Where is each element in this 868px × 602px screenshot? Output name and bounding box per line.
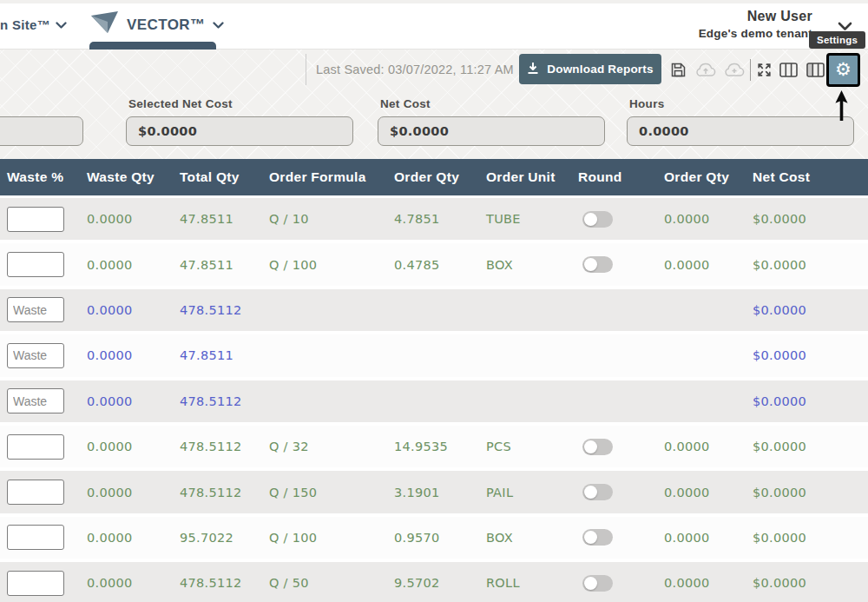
toolbar-divider	[750, 59, 751, 81]
table-row: 0.0000 47.8511 Q / 100 0.4785 BOX 0.0000…	[0, 243, 868, 285]
order-qty-2-cell	[662, 334, 751, 376]
expand-icon[interactable]	[756, 50, 773, 89]
waste-percent-input[interactable]	[7, 388, 64, 413]
settings-gear-button[interactable]: ⚙	[826, 53, 860, 87]
net-cost-field: $0.0000	[378, 116, 605, 146]
total-qty-cell: 478.5112	[178, 289, 267, 331]
app-screen: n Site™ VECTOR™ New User Edge's demo ten…	[0, 0, 868, 602]
nav-vector-menu[interactable]: VECTOR™	[90, 11, 224, 38]
waste-percent-cell	[0, 289, 85, 331]
download-icon	[527, 62, 539, 77]
total-qty-cell: 47.8511	[178, 334, 267, 376]
waste-percent-cell	[0, 243, 85, 285]
waste-percent-input[interactable]	[7, 480, 64, 505]
download-reports-button[interactable]: Download Reports	[519, 54, 661, 84]
nav-left-brand-menu[interactable]: n Site™	[0, 17, 67, 32]
net-cost-cell: $0.0000	[751, 380, 868, 422]
round-toggle[interactable]	[582, 575, 613, 592]
waste-qty-cell: 0.0000	[85, 198, 178, 240]
order-qty-cell	[392, 289, 484, 331]
column-header-order-formula: Order Formula	[267, 159, 392, 195]
data-table: Waste % Waste Qty Total Qty Order Formul…	[0, 159, 868, 602]
cursor-arrow	[834, 90, 849, 125]
chevron-down-icon	[56, 17, 67, 32]
waste-percent-input[interactable]	[7, 571, 64, 596]
net-cost-cell: $0.0000	[751, 289, 868, 331]
round-cell	[576, 562, 662, 602]
toggle-knob	[584, 531, 597, 544]
round-toggle[interactable]	[582, 439, 613, 455]
toggle-knob	[584, 440, 597, 453]
toggle-knob	[584, 213, 597, 226]
table-row: 0.0000 95.7022 Q / 100 0.9570 BOX 0.0000…	[0, 517, 868, 559]
column-header-waste-qty: Waste Qty	[85, 159, 178, 195]
save-icon[interactable]	[670, 50, 687, 89]
column-header-order-qty: Order Qty	[392, 159, 484, 195]
round-cell	[576, 198, 662, 240]
waste-percent-cell	[0, 562, 85, 602]
order-qty-2-cell: 0.0000	[662, 471, 751, 513]
waste-qty-cell: 0.0000	[85, 334, 178, 376]
waste-qty-cell: 0.0000	[85, 471, 178, 513]
table-row: 0.0000 478.5112 $0.0000	[0, 289, 868, 331]
round-toggle[interactable]	[582, 256, 613, 273]
table-columns-icon[interactable]	[779, 50, 798, 89]
order-unit-cell: TUBE	[484, 198, 576, 240]
vector-logo-icon	[90, 11, 119, 38]
order-unit-cell	[484, 334, 576, 376]
order-qty-cell: 0.9570	[392, 517, 484, 559]
settings-gear-icon: ⚙	[835, 61, 852, 79]
waste-qty-cell: 0.0000	[85, 289, 178, 331]
order-unit-cell: ROLL	[484, 562, 576, 602]
net-cost-cell: $0.0000	[751, 334, 868, 376]
round-toggle[interactable]	[582, 211, 613, 228]
order-qty-cell: 0.4785	[392, 243, 484, 285]
toggle-knob	[584, 577, 597, 590]
waste-percent-input[interactable]	[7, 525, 64, 550]
order-formula-cell	[267, 334, 392, 376]
table-row: 0.0000 478.5112 Q / 150 3.1901 PAIL 0.00…	[0, 471, 868, 513]
round-toggle[interactable]	[582, 484, 613, 500]
round-cell	[576, 426, 662, 467]
order-formula-cell: Q / 32	[267, 426, 392, 467]
waste-percent-input[interactable]	[7, 297, 64, 322]
order-formula-cell: Q / 10	[267, 198, 392, 240]
table-body: 0.0000 47.8511 Q / 10 4.7851 TUBE 0.0000…	[0, 195, 868, 602]
table-row: 0.0000 478.5112 Q / 32 14.9535 PCS 0.000…	[0, 426, 868, 467]
waste-percent-input[interactable]	[7, 207, 64, 232]
order-qty-2-cell: 0.0000	[662, 562, 751, 602]
tenant-name: Edge's demo tenant	[699, 27, 812, 40]
table-row: 0.0000 478.5112 $0.0000	[0, 380, 868, 422]
selected-net-cost-label: Selected Net Cost	[128, 97, 233, 110]
order-qty-2-cell: 0.0000	[662, 243, 751, 285]
order-qty-cell	[392, 380, 484, 422]
summary-field-partial	[0, 116, 83, 146]
order-unit-cell: BOX	[484, 517, 576, 559]
column-header-round: Round	[576, 159, 662, 195]
net-cost-cell: $0.0000	[751, 471, 868, 513]
order-unit-cell	[484, 289, 576, 331]
order-formula-cell: Q / 100	[267, 243, 392, 285]
waste-percent-cell	[0, 517, 85, 559]
waste-percent-input[interactable]	[7, 343, 64, 368]
round-cell	[576, 517, 662, 559]
column-header-order-unit: Order Unit	[484, 159, 576, 195]
round-cell	[576, 289, 662, 331]
left-brand-label: n Site™	[0, 17, 50, 32]
table-columns-alt-icon[interactable]	[806, 50, 825, 89]
cloud-add-icon	[724, 50, 745, 89]
total-qty-cell: 478.5112	[178, 380, 267, 422]
waste-percent-input[interactable]	[7, 252, 64, 277]
round-cell	[576, 380, 662, 422]
order-unit-cell: PAIL	[484, 471, 576, 513]
order-qty-2-cell	[662, 289, 751, 331]
order-qty-cell: 4.7851	[392, 198, 484, 240]
table-header-row: Waste % Waste Qty Total Qty Order Formul…	[0, 159, 868, 195]
waste-percent-input[interactable]	[7, 434, 64, 460]
last-saved-status: Last Saved: 03/07/2022, 11:27 AM	[306, 54, 514, 85]
order-qty-2-cell: 0.0000	[662, 517, 751, 559]
order-formula-cell: Q / 100	[267, 517, 392, 559]
net-cost-cell: $0.0000	[751, 426, 868, 467]
hours-field: 0.0000	[627, 116, 854, 146]
round-toggle[interactable]	[582, 529, 613, 546]
